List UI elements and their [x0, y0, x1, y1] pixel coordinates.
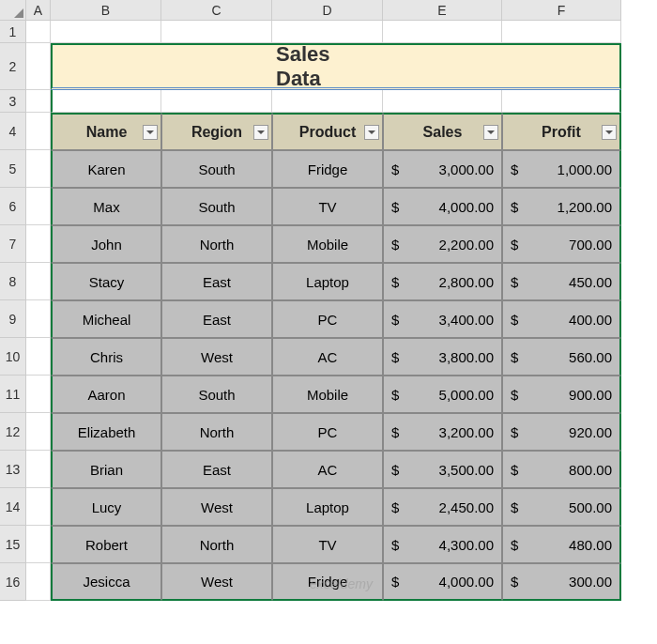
row-header-13[interactable]: 13 [0, 451, 26, 488]
row-header-1[interactable]: 1 [0, 21, 26, 43]
cell-c1[interactable] [161, 21, 272, 43]
title-cell[interactable] [51, 43, 161, 90]
data-cell-profit[interactable]: $500.00 [502, 488, 621, 526]
cell-a14[interactable] [26, 488, 51, 526]
data-cell-product[interactable]: Laptop [272, 263, 383, 300]
cell-a1[interactable] [26, 21, 51, 43]
data-cell-sales[interactable]: $2,450.00 [383, 488, 502, 526]
header-product[interactable]: Product [272, 113, 383, 150]
col-header-f[interactable]: F [502, 0, 621, 21]
title-cell[interactable] [161, 43, 272, 90]
data-cell-product[interactable]: Fridge [272, 563, 383, 601]
data-cell-product[interactable]: Mobile [272, 225, 383, 263]
data-cell-product[interactable]: Laptop [272, 488, 383, 526]
row-header-4[interactable]: 4 [0, 113, 26, 150]
data-cell-region[interactable]: South [161, 150, 272, 188]
header-region[interactable]: Region [161, 113, 272, 150]
cell-a16[interactable] [26, 563, 51, 601]
data-cell-profit[interactable]: $560.00 [502, 338, 621, 376]
data-cell-name[interactable]: Brian [51, 451, 161, 488]
title-cell[interactable] [502, 43, 621, 90]
data-cell-profit[interactable]: $450.00 [502, 263, 621, 300]
cell-a10[interactable] [26, 338, 51, 376]
data-cell-profit[interactable]: $400.00 [502, 300, 621, 338]
cell-e1[interactable] [383, 21, 502, 43]
cell-f3[interactable] [502, 90, 621, 113]
data-cell-region[interactable]: North [161, 413, 272, 451]
data-cell-sales[interactable]: $2,200.00 [383, 225, 502, 263]
data-cell-name[interactable]: Karen [51, 150, 161, 188]
data-cell-name[interactable]: Robert [51, 526, 161, 563]
data-cell-region[interactable]: East [161, 263, 272, 300]
data-cell-profit[interactable]: $900.00 [502, 376, 621, 413]
row-header-14[interactable]: 14 [0, 488, 26, 526]
data-cell-profit[interactable]: $480.00 [502, 526, 621, 563]
data-cell-profit[interactable]: $700.00 [502, 225, 621, 263]
data-cell-product[interactable]: TV [272, 188, 383, 225]
data-cell-sales[interactable]: $3,500.00 [383, 451, 502, 488]
data-cell-sales[interactable]: $3,400.00 [383, 300, 502, 338]
data-cell-region[interactable]: East [161, 300, 272, 338]
data-cell-name[interactable]: Aaron [51, 376, 161, 413]
row-header-11[interactable]: 11 [0, 376, 26, 413]
data-cell-region[interactable]: South [161, 188, 272, 225]
data-cell-profit[interactable]: $1,000.00 [502, 150, 621, 188]
row-header-5[interactable]: 5 [0, 150, 26, 188]
data-cell-sales[interactable]: $3,000.00 [383, 150, 502, 188]
header-name[interactable]: Name [51, 113, 161, 150]
data-cell-region[interactable]: West [161, 563, 272, 601]
data-cell-sales[interactable]: $4,000.00 [383, 563, 502, 601]
cell-a11[interactable] [26, 376, 51, 413]
data-cell-name[interactable]: John [51, 225, 161, 263]
cell-a2[interactable] [26, 43, 51, 90]
col-header-a[interactable]: A [26, 0, 51, 21]
cell-f1[interactable] [502, 21, 621, 43]
cell-a15[interactable] [26, 526, 51, 563]
cell-c3[interactable] [161, 90, 272, 113]
row-header-7[interactable]: 7 [0, 225, 26, 263]
data-cell-product[interactable]: PC [272, 300, 383, 338]
col-header-e[interactable]: E [383, 0, 502, 21]
data-cell-region[interactable]: North [161, 225, 272, 263]
filter-button-profit[interactable] [602, 125, 617, 140]
row-header-8[interactable]: 8 [0, 263, 26, 300]
data-cell-profit[interactable]: $920.00 [502, 413, 621, 451]
data-cell-sales[interactable]: $4,000.00 [383, 188, 502, 225]
col-header-b[interactable]: B [51, 0, 161, 21]
title-cell-text[interactable]: Sales Data [272, 43, 383, 90]
cell-a12[interactable] [26, 413, 51, 451]
cell-a5[interactable] [26, 150, 51, 188]
filter-button-product[interactable] [364, 125, 379, 140]
data-cell-sales[interactable]: $5,000.00 [383, 376, 502, 413]
data-cell-sales[interactable]: $4,300.00 [383, 526, 502, 563]
data-cell-region[interactable]: West [161, 338, 272, 376]
data-cell-region[interactable]: North [161, 526, 272, 563]
select-all-corner[interactable] [0, 0, 26, 21]
cell-a3[interactable] [26, 90, 51, 113]
header-profit[interactable]: Profit [502, 113, 621, 150]
cell-a7[interactable] [26, 225, 51, 263]
cell-a6[interactable] [26, 188, 51, 225]
data-cell-profit[interactable]: $1,200.00 [502, 188, 621, 225]
row-header-2[interactable]: 2 [0, 43, 26, 90]
col-header-c[interactable]: C [161, 0, 272, 21]
data-cell-product[interactable]: Fridge [272, 150, 383, 188]
data-cell-name[interactable]: Jesicca [51, 563, 161, 601]
data-cell-product[interactable]: TV [272, 526, 383, 563]
row-header-12[interactable]: 12 [0, 413, 26, 451]
data-cell-region[interactable]: West [161, 488, 272, 526]
data-cell-name[interactable]: Micheal [51, 300, 161, 338]
data-cell-name[interactable]: Elizabeth [51, 413, 161, 451]
filter-button-region[interactable] [253, 125, 268, 140]
data-cell-sales[interactable]: $3,200.00 [383, 413, 502, 451]
row-header-3[interactable]: 3 [0, 90, 26, 113]
data-cell-name[interactable]: Max [51, 188, 161, 225]
filter-button-sales[interactable] [483, 125, 498, 140]
data-cell-region[interactable]: South [161, 376, 272, 413]
row-header-10[interactable]: 10 [0, 338, 26, 376]
cell-b3[interactable] [51, 90, 161, 113]
data-cell-region[interactable]: East [161, 451, 272, 488]
data-cell-product[interactable]: AC [272, 451, 383, 488]
cell-d1[interactable] [272, 21, 383, 43]
data-cell-product[interactable]: Mobile [272, 376, 383, 413]
